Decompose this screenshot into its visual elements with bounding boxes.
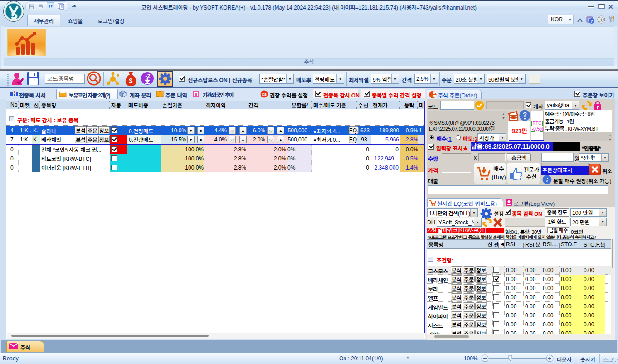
svg-text:i: i bbox=[601, 17, 602, 22]
svg-text:$: $ bbox=[129, 77, 133, 84]
svg-text:CS: CS bbox=[262, 92, 267, 97]
svg-text:i: i bbox=[546, 177, 548, 184]
svg-text:?: ? bbox=[590, 19, 593, 24]
svg-text:?: ? bbox=[523, 111, 527, 118]
